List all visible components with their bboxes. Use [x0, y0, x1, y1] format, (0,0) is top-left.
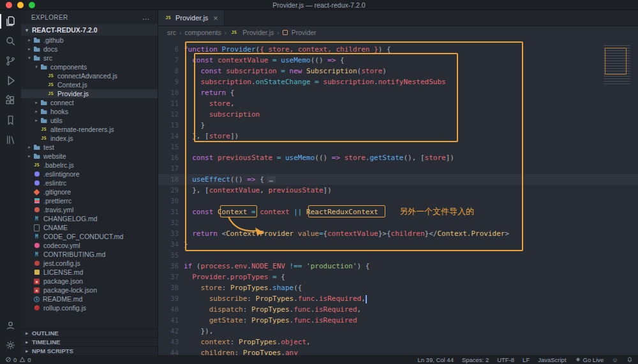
encoding-setting[interactable]: UTF-8	[497, 356, 514, 363]
code-line-40[interactable]: 40 dispatch: PropTypes.func.isRequired,	[158, 304, 638, 315]
feedback-smiley-icon[interactable]: ☺	[612, 356, 618, 363]
tree-item-components[interactable]: ▾components	[21, 62, 158, 71]
explorer-icon[interactable]	[0, 11, 21, 31]
notifications-bell-icon[interactable]	[627, 356, 633, 363]
code-line-8[interactable]: 8 const subscription = new Subscription(…	[158, 66, 638, 76]
npm-icon: n	[34, 288, 40, 293]
tree-item--github[interactable]: ▸.github	[21, 36, 158, 45]
settings-gear-icon[interactable]	[0, 335, 21, 355]
code-line-7[interactable]: 7 const contextValue = useMemo(() => {	[158, 55, 638, 66]
tree-item-index-js[interactable]: JSindex.js	[21, 134, 158, 143]
tree-item-readme-md[interactable]: iREADME.md	[21, 295, 158, 303]
tree-item-changelog-md[interactable]: MCHANGELOG.md	[21, 214, 158, 223]
bookmarks-icon[interactable]	[0, 110, 21, 130]
code-line-15[interactable]: 15	[158, 142, 638, 152]
tree-item-connectadvanced-js[interactable]: JSconnectAdvanced.js	[21, 71, 158, 80]
project-section-header[interactable]: ▾ REACT-REDUX-7.2.0	[21, 24, 158, 36]
code-line-35[interactable]: 35	[158, 250, 638, 261]
tree-item-connect[interactable]: ▸connect	[21, 98, 158, 107]
tree-item-provider-js[interactable]: JSProvider.js	[21, 89, 158, 98]
code-line-16[interactable]: 16 const previousState = useMemo(() => s…	[158, 152, 638, 163]
npm-scripts-section[interactable]: ▸ NPM SCRIPTS	[21, 346, 158, 355]
code-text: function Provider({ store, context, chil…	[184, 44, 391, 55]
close-tab-icon[interactable]: ×	[213, 14, 218, 22]
tree-item-jest-config-js[interactable]: jest.config.js	[21, 259, 158, 268]
outline-section[interactable]: ▸ OUTLINE	[21, 328, 158, 337]
tab-provider-js[interactable]: JS Provider.js ×	[158, 10, 225, 25]
line-number: 15	[158, 142, 184, 152]
code-line-36[interactable]: 36if (process.env.NODE_ENV !== 'producti…	[158, 261, 638, 272]
cursor-position[interactable]: Ln 39, Col 44	[417, 356, 454, 363]
code-editor[interactable]: 6function Provider({ store, context, chi…	[158, 39, 638, 355]
warnings-indicator[interactable]: 0	[19, 356, 31, 363]
tree-item-codecov-yml[interactable]: codecov.yml	[21, 241, 158, 250]
code-line-13[interactable]: 13 }	[158, 120, 638, 131]
code-line-41[interactable]: 41 getState: PropTypes.func.isRequired	[158, 315, 638, 326]
account-icon[interactable]	[0, 316, 21, 335]
code-line-31[interactable]: 31 const Context = context || ReactRedux…	[158, 207, 638, 217]
tree-item--prettierrc[interactable]: .prettierrc	[21, 196, 158, 205]
code-line-44[interactable]: 44 children: PropTypes.any	[158, 347, 638, 355]
code-line-14[interactable]: 14 }, [store])	[158, 131, 638, 142]
tree-item--eslintignore[interactable]: .eslintignore	[21, 170, 158, 178]
tree-item--travis-yml[interactable]: .travis.yml	[21, 205, 158, 214]
tree-item-website[interactable]: ▸website	[21, 152, 158, 161]
minimize-window-button[interactable]	[17, 2, 24, 8]
search-icon[interactable]	[0, 31, 21, 51]
tree-item-alternate-renderers-js[interactable]: JSalternate-renderers.js	[21, 125, 158, 134]
extensions-icon[interactable]	[0, 91, 21, 110]
breadcrumb-provider-file[interactable]: JS Provider.js	[230, 29, 274, 36]
go-live-button[interactable]: Go Live	[575, 356, 604, 363]
indentation-setting[interactable]: Spaces: 2	[462, 356, 489, 363]
remote-explorer-icon[interactable]	[0, 130, 21, 150]
maximize-window-button[interactable]	[29, 2, 35, 8]
tree-item-utils[interactable]: ▸utils	[21, 116, 158, 125]
code-line-34[interactable]: 34}	[158, 239, 638, 250]
run-debug-icon[interactable]	[0, 71, 21, 91]
tree-item--eslintrc[interactable]: .eslintrc	[21, 178, 158, 187]
tree-item-context-js[interactable]: JSContext.js	[21, 80, 158, 89]
code-line-18[interactable]: 18 useEffect(() => {…	[158, 174, 638, 185]
tree-item-test[interactable]: ▸test	[21, 143, 158, 152]
tree-item-license-md[interactable]: LICENSE.md	[21, 268, 158, 277]
code-line-17[interactable]: 17	[158, 163, 638, 174]
tree-item--gitignore[interactable]: .gitignore	[21, 187, 158, 196]
tree-item-package-json[interactable]: npackage.json	[21, 277, 158, 286]
more-actions-icon[interactable]: …	[142, 13, 150, 22]
tree-item-hooks[interactable]: ▸hooks	[21, 107, 158, 116]
tree-item-cname[interactable]: CNAME	[21, 223, 158, 232]
timeline-section[interactable]: ▸ TIMELINE	[21, 337, 158, 346]
breadcrumb-components[interactable]: components	[185, 29, 221, 36]
code-line-6[interactable]: 6function Provider({ store, context, chi…	[158, 44, 638, 55]
eol-setting[interactable]: LF	[523, 356, 530, 363]
folded-code-icon[interactable]: …	[267, 176, 276, 183]
code-line-12[interactable]: 12 subscription	[158, 109, 638, 120]
code-line-30[interactable]: 30	[158, 196, 638, 207]
code-line-29[interactable]: 29 }, [contextValue, previousState])	[158, 185, 638, 196]
errors-indicator[interactable]: 0	[5, 356, 17, 363]
code-line-43[interactable]: 43 context: PropTypes.object,	[158, 337, 638, 347]
code-line-37[interactable]: 37 Provider.propTypes = {	[158, 272, 638, 282]
tree-item--babelrc-js[interactable]: JS.babelrc.js	[21, 161, 158, 170]
code-line-10[interactable]: 10 return {	[158, 87, 638, 98]
code-line-39[interactable]: 39 subscribe: PropTypes.func.isRequired,	[158, 293, 638, 304]
code-line-42[interactable]: 42 }),	[158, 326, 638, 337]
close-window-button[interactable]	[6, 2, 12, 8]
minimap[interactable]	[604, 45, 630, 85]
code-line-32[interactable]: 32	[158, 217, 638, 228]
breadcrumb-src[interactable]: src	[167, 29, 176, 36]
code-line-9[interactable]: 9 subscription.onStateChange = subscript…	[158, 76, 638, 87]
tree-item-contributing-md[interactable]: MCONTRIBUTING.md	[21, 250, 158, 259]
code-text: store: PropTypes.shape({	[184, 282, 302, 293]
code-line-11[interactable]: 11 store,	[158, 98, 638, 109]
code-line-33[interactable]: 33 return <Context.Provider value={conte…	[158, 228, 638, 239]
tree-item-docs[interactable]: ▸docs	[21, 45, 158, 54]
source-control-icon[interactable]	[0, 51, 21, 71]
tree-item-src[interactable]: ▾src	[21, 54, 158, 62]
language-mode[interactable]: JavaScript	[538, 356, 566, 363]
breadcrumb-provider-symbol[interactable]: Provider	[283, 29, 316, 36]
tree-item-rollup-config-js[interactable]: rollup.config.js	[21, 303, 158, 312]
tree-item-package-lock-json[interactable]: npackage-lock.json	[21, 286, 158, 295]
tree-item-code-of-conduct-md[interactable]: MCODE_OF_CONDUCT.md	[21, 232, 158, 241]
code-line-38[interactable]: 38 store: PropTypes.shape({	[158, 282, 638, 293]
